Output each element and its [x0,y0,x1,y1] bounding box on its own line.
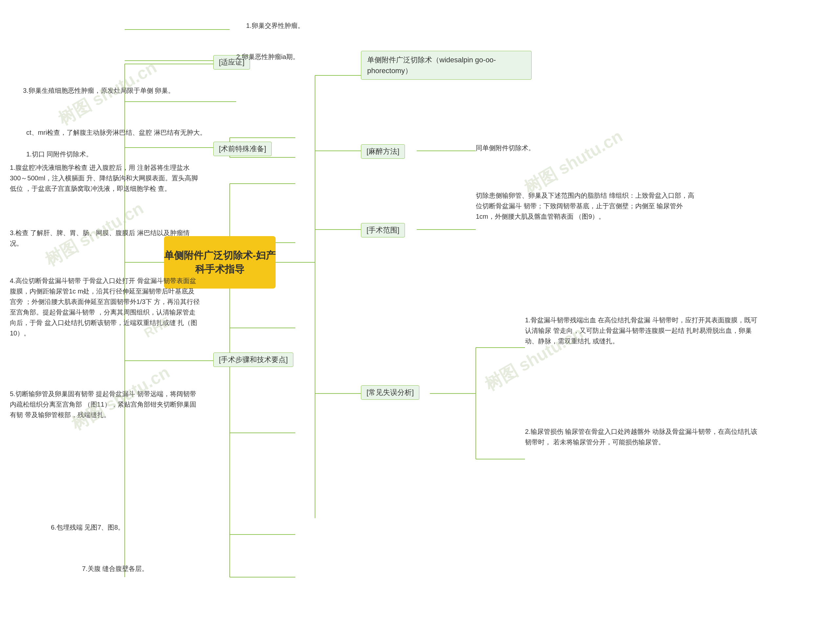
step-item2: 3.检查 了解肝、脾、胃、肠、网膜、腹膜后 淋巴结以及肿瘤情况。 [10,228,200,249]
step-item4: 5.切断输卵管及卵巢固有韧带 提起骨盆漏斗 韧带远端，将阔韧带内疏松组织分离至宫… [10,388,200,420]
label-preop: [术前特殊准备] [213,142,272,156]
indication-item3: 3.卵巢生殖细胞恶性肿瘤，原发灶局限于单侧 卵巢。 [23,85,175,96]
indication-item2: 2.卵巢恶性肿瘤ia期。 [236,52,299,62]
label-errors: [常见失误分析] [361,385,419,400]
error-item2: 2.输尿管损伤 输尿管在骨盆入口处跨越髂外 动脉及骨盆漏斗韧带，在高位结扎该韧带… [525,426,761,447]
step-item1: 1.腹盆腔冲洗液细胞学检查 进入腹腔后，用 注射器将生理盐水300～500ml，… [10,162,200,194]
step-item3: 4.高位切断骨盆漏斗韧带 于骨盆入口处打开 骨盆漏斗韧带表面盆腹膜，内侧距输尿管… [10,275,200,338]
right-procedure-name: 单侧附件广泛切除术（widesalpin go-oo-phorectomy） [361,51,531,80]
scope-content: 切除患侧输卵管、卵巢及下述范围内的脂肪结 缔组织：上致骨盆入口部，高位切断骨盆漏… [476,190,699,222]
label-anesthesia: [麻醉方法] [361,144,405,159]
anesthesia-content: 同单侧附件切除术。 [476,142,535,153]
step-item5: 6.包埋残端 见图7、图8。 [51,522,124,532]
label-steps: [手术步骤和技术要点] [213,352,293,367]
indication-item1: 1.卵巢交界性肿瘤。 [246,20,304,31]
preop-item1: ct、mri检查，了解腹主动脉旁淋巴结、盆腔 淋巴结有无肿大。 [26,127,206,138]
step-item6: 7.关腹 缝合腹壁各层。 [82,563,148,574]
error-item1: 1.骨盆漏斗韧带残端出血 在高位结扎骨盆漏 斗韧带时，应打开其表面腹膜，既可认清… [525,315,761,346]
preop-item2: 1.切口 同附件切除术。 [26,149,92,160]
label-scope: [手术范围] [361,223,405,238]
center-title: 单侧附件广泛切除术-妇产 科手术指导 [164,249,276,276]
